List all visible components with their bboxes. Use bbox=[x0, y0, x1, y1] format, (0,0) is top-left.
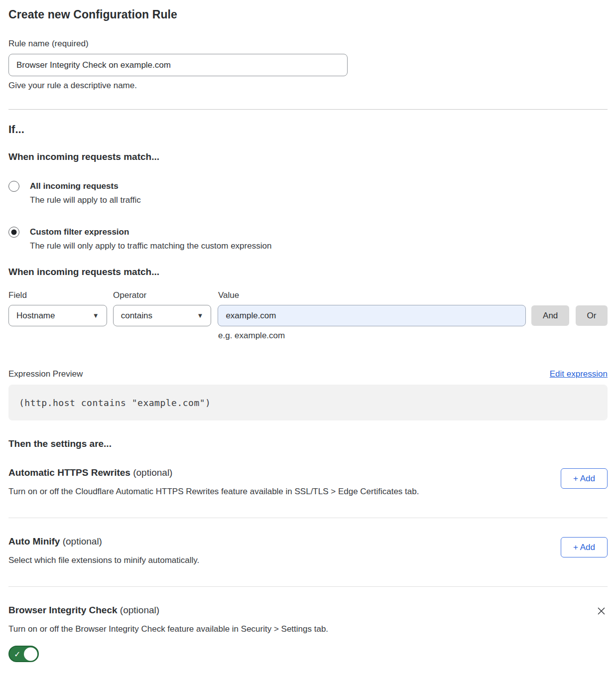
add-auto-minify-button[interactable]: + Add bbox=[561, 537, 608, 557]
remove-setting-button[interactable] bbox=[595, 605, 608, 617]
setting-title: Automatic HTTPS Rewrites (optional) bbox=[8, 467, 419, 478]
or-button[interactable]: Or bbox=[576, 305, 608, 326]
toggle-knob[interactable] bbox=[24, 647, 37, 661]
radio-description: The rule will apply to all traffic bbox=[30, 195, 141, 205]
rule-name-label: Rule name (required) bbox=[8, 39, 608, 49]
checkmark-icon: ✓ bbox=[14, 649, 20, 659]
setting-description: Select which file extensions to minify a… bbox=[8, 555, 199, 565]
operator-select[interactable]: contains ▼ bbox=[113, 305, 212, 326]
setting-name: Automatic HTTPS Rewrites bbox=[8, 467, 130, 478]
operator-column-label: Operator bbox=[113, 290, 212, 300]
setting-title: Browser Integrity Check (optional) bbox=[8, 605, 328, 616]
value-hint: e.g. example.com bbox=[218, 331, 608, 341]
expression-preview-header: Expression Preview Edit expression bbox=[8, 369, 608, 379]
radio-label: All incoming requests bbox=[30, 181, 141, 192]
setting-description: Turn on or off the Browser Integrity Che… bbox=[8, 624, 328, 634]
rule-name-help: Give your rule a descriptive name. bbox=[8, 81, 608, 91]
expression-preview-code: (http.host contains "example.com") bbox=[8, 385, 608, 420]
setting-optional-tag: (optional) bbox=[133, 467, 172, 478]
rule-name-input[interactable] bbox=[8, 54, 348, 76]
radio-button-selected[interactable] bbox=[8, 227, 19, 238]
match-heading: When incoming requests match... bbox=[8, 151, 608, 162]
field-column-label: Field bbox=[8, 290, 107, 300]
radio-description: The rule will only apply to traffic matc… bbox=[30, 241, 271, 251]
expression-builder-row: Hostname ▼ contains ▼ And Or bbox=[8, 305, 608, 326]
setting-optional-tag: (optional) bbox=[63, 536, 102, 547]
close-icon bbox=[596, 606, 607, 616]
edit-expression-link[interactable]: Edit expression bbox=[550, 369, 608, 379]
setting-description: Turn on or off the Cloudflare Automatic … bbox=[8, 487, 419, 497]
setting-name: Auto Minify bbox=[8, 536, 60, 547]
field-select-value: Hostname bbox=[16, 311, 55, 321]
chevron-down-icon: ▼ bbox=[93, 312, 99, 319]
radio-button-unselected[interactable] bbox=[8, 181, 19, 192]
field-select[interactable]: Hostname ▼ bbox=[8, 305, 107, 326]
setting-optional-tag: (optional) bbox=[120, 605, 159, 615]
setting-row-automatic-https-rewrites: Automatic HTTPS Rewrites (optional) Turn… bbox=[8, 467, 608, 497]
section-divider bbox=[8, 109, 608, 110]
expression-preview-label: Expression Preview bbox=[8, 369, 83, 379]
builder-column-labels: Field Operator Value bbox=[8, 290, 608, 300]
setting-row-browser-integrity-check: Browser Integrity Check (optional) Turn … bbox=[8, 605, 608, 665]
radio-label: Custom filter expression bbox=[30, 227, 271, 238]
section-divider bbox=[8, 518, 608, 518]
add-automatic-https-rewrites-button[interactable]: + Add bbox=[561, 468, 608, 489]
radio-option-custom-filter[interactable]: Custom filter expression The rule will o… bbox=[8, 227, 608, 251]
value-column-label: Value bbox=[218, 290, 527, 300]
page-title: Create new Configuration Rule bbox=[8, 8, 608, 21]
and-button[interactable]: And bbox=[531, 305, 569, 326]
section-divider bbox=[8, 586, 608, 587]
value-input[interactable] bbox=[218, 305, 526, 326]
setting-row-auto-minify: Auto Minify (optional) Select which file… bbox=[8, 536, 608, 565]
create-configuration-rule-form: Create new Configuration Rule Rule name … bbox=[0, 0, 616, 680]
builder-heading: When incoming requests match... bbox=[8, 267, 608, 277]
then-settings-heading: Then the settings are... bbox=[8, 438, 608, 449]
if-heading: If... bbox=[8, 123, 608, 136]
chevron-down-icon: ▼ bbox=[197, 312, 204, 319]
setting-title: Auto Minify (optional) bbox=[8, 536, 199, 547]
radio-option-all-requests[interactable]: All incoming requests The rule will appl… bbox=[8, 181, 608, 205]
setting-name: Browser Integrity Check bbox=[8, 605, 118, 615]
operator-select-value: contains bbox=[121, 311, 152, 321]
browser-integrity-toggle[interactable]: ✓ bbox=[8, 646, 39, 662]
